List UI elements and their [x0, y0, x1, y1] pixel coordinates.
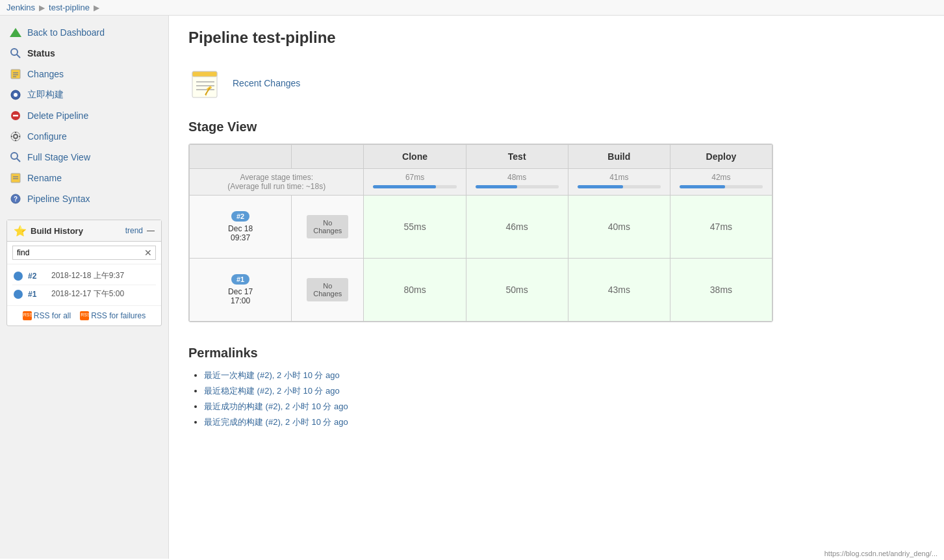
stage-header-clone: Clone	[364, 145, 466, 169]
avg-label-cell: Average stage times:(Average full run ti…	[190, 169, 364, 196]
build-number-link[interactable]: #2	[28, 272, 46, 281]
rss-failures-link[interactable]: RSS for failures	[80, 311, 146, 320]
stage-header-build-col	[190, 145, 292, 169]
permalinks-title: Permalinks	[188, 346, 925, 361]
star-icon: ⭐	[14, 224, 27, 237]
recent-changes-link[interactable]: Recent Changes	[233, 78, 300, 88]
avg-time-value: 41ms	[578, 173, 661, 182]
build-search-input[interactable]	[12, 246, 156, 260]
sidebar-item-full-stage-view[interactable]: Full Stage View	[0, 147, 168, 168]
stage-time-value: 43ms	[575, 270, 663, 309]
permalink-link[interactable]: 最近稳定构建 (#2), 2 小时 10 分 ago	[204, 386, 340, 396]
delete-pipeline-label: Delete Pipeline	[27, 110, 88, 121]
back-to-dashboard-label: Back to Dashboard	[27, 27, 105, 38]
stage-build-info-cell: #1Dec 1717:00	[190, 259, 292, 322]
sidebar-item-configure[interactable]: Configure	[0, 126, 168, 147]
avg-time-value: 42ms	[680, 173, 763, 182]
stage-avg-row: Average stage times:(Average full run ti…	[190, 169, 772, 196]
stage-build-badge[interactable]: #2	[231, 211, 249, 222]
stage-time-value: 80ms	[370, 270, 459, 309]
stage-time-cell: 46ms	[466, 196, 568, 259]
permalink-link[interactable]: 最近一次构建 (#2), 2 小时 10 分 ago	[204, 370, 340, 380]
stage-build-badge[interactable]: #1	[231, 274, 249, 285]
list-item: 最近一次构建 (#2), 2 小时 10 分 ago	[204, 370, 925, 381]
svg-point-1	[11, 49, 18, 55]
list-item: 最近稳定构建 (#2), 2 小时 10 分 ago	[204, 385, 925, 397]
breadcrumb-test-pipline[interactable]: test-pipline	[49, 3, 90, 12]
avg-progress-bar	[578, 185, 623, 188]
stage-time-cell: 38ms	[670, 259, 772, 322]
stage-time-cell: 50ms	[466, 259, 568, 322]
rss-all-link[interactable]: RSS for all	[23, 311, 71, 320]
permalink-link[interactable]: 最近完成的构建 (#2), 2 小时 10 分 ago	[204, 417, 348, 427]
changes-label: Changes	[27, 69, 64, 79]
breadcrumb-sep-2: ▶	[94, 3, 99, 12]
avg-time-value: 67ms	[373, 173, 456, 182]
stage-build-date: Dec 18	[198, 224, 283, 233]
bottom-url[interactable]: https://blog.csdn.net/andriy_deng/...	[824, 550, 938, 557]
build-status-dot	[14, 272, 23, 281]
build-timestamp: 2018-12-18 上午9:37	[51, 270, 124, 281]
avg-progress-bar-container	[578, 185, 661, 188]
build-history-header: ⭐ Build History trend —	[7, 220, 161, 242]
stage-changes-cell: NoChanges	[292, 259, 364, 322]
stage-header-changes-col	[292, 145, 364, 169]
stage-time-cell: 40ms	[568, 196, 670, 259]
configure-label: Configure	[27, 131, 67, 142]
svg-point-17	[11, 153, 18, 159]
sidebar-item-build-now[interactable]: 立即构建	[0, 84, 168, 105]
dash-label: —	[147, 226, 155, 235]
trend-link[interactable]: trend	[125, 226, 143, 235]
full-stage-view-label: Full Stage View	[27, 152, 90, 162]
sidebar-item-changes[interactable]: Changes	[0, 64, 168, 84]
build-search-container: ✕	[7, 242, 161, 264]
stage-time-cell: 43ms	[568, 259, 670, 322]
bottom-link: https://blog.csdn.net/andriy_deng/...	[824, 550, 938, 557]
svg-rect-25	[192, 71, 217, 77]
svg-rect-3	[11, 70, 20, 79]
stage-changes-cell: NoChanges	[292, 196, 364, 259]
stage-table-wrapper: CloneTestBuildDeploy Average stage times…	[188, 144, 773, 322]
build-number-link[interactable]: #1	[28, 290, 46, 299]
avg-time-cell-0: 67ms	[364, 169, 466, 196]
stage-build-time: 17:00	[198, 296, 283, 305]
sidebar-item-pipeline-syntax[interactable]: ?Pipeline Syntax	[0, 188, 168, 209]
page-title: Pipeline test-pipline	[188, 29, 925, 47]
delete-pipeline-icon	[9, 109, 22, 122]
rss-links: RSS for all RSS for failures	[7, 305, 161, 325]
sidebar-item-back-to-dashboard[interactable]: Back to Dashboard	[0, 22, 168, 43]
svg-point-11	[14, 134, 18, 138]
changes-icon	[9, 68, 22, 81]
svg-point-12	[11, 132, 20, 141]
build-now-label: 立即构建	[27, 89, 64, 101]
avg-progress-bar-container	[373, 185, 456, 188]
no-changes-button[interactable]: NoChanges	[307, 278, 348, 301]
stage-build-date: Dec 17	[198, 287, 283, 296]
avg-progress-bar-container	[680, 185, 763, 188]
no-changes-button[interactable]: NoChanges	[307, 215, 348, 238]
full-stage-view-icon	[9, 151, 22, 164]
sidebar-item-rename[interactable]: Rename	[0, 168, 168, 188]
stage-time-value: 55ms	[370, 207, 459, 246]
search-clear-button[interactable]: ✕	[144, 248, 152, 258]
build-now-icon	[9, 88, 22, 101]
stage-header-test: Test	[466, 145, 568, 169]
stage-time-value: 40ms	[575, 207, 663, 246]
permalink-link[interactable]: 最近成功的构建 (#2), 2 小时 10 分 ago	[204, 401, 348, 411]
stage-view-title: Stage View	[188, 120, 925, 134]
stage-header-build: Build	[568, 145, 670, 169]
sidebar-item-delete-pipeline[interactable]: Delete Pipeline	[0, 105, 168, 126]
avg-time-value: 48ms	[476, 173, 559, 182]
avg-progress-bar-container	[476, 185, 559, 188]
avg-progress-bar	[373, 185, 435, 188]
breadcrumb-jenkins[interactable]: Jenkins	[6, 3, 35, 12]
pipeline-syntax-icon: ?	[9, 192, 22, 205]
sidebar-item-status[interactable]: Status	[0, 43, 168, 64]
rss-failures-icon	[80, 311, 89, 320]
stage-time-value: 38ms	[677, 270, 765, 309]
rss-all-icon	[23, 311, 32, 320]
svg-text:?: ?	[14, 196, 18, 203]
pipeline-syntax-label: Pipeline Syntax	[27, 194, 90, 204]
configure-icon	[9, 130, 22, 143]
permalinks-section: Permalinks 最近一次构建 (#2), 2 小时 10 分 ago最近稳…	[188, 346, 925, 428]
